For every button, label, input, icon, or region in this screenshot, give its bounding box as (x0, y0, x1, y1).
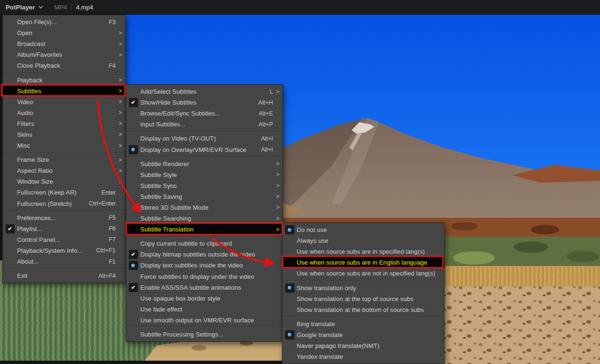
menu-item-subtitles[interactable]: Subtitles> (3, 86, 125, 97)
menu-item-display-bitmap-subtitles-outside-the-video[interactable]: ✔Display bitmap subtitles outside the vi… (126, 249, 282, 260)
menu-item-control-panel[interactable]: Control Panel...F7 (3, 234, 125, 245)
submenu-arrow-icon: > (116, 88, 125, 94)
menu-item-display-text-subtitles-inside-the-video[interactable]: Display text subtitles inside the video (126, 260, 282, 271)
submenu-arrow-icon: > (116, 109, 125, 116)
menu-item-close-playback[interactable]: Close PlaybackF4 (3, 60, 125, 71)
submenu-arrow-icon: > (116, 178, 125, 185)
menu-item-playback-system-info[interactable]: Playback/System Info...Ctrl+F1 (3, 245, 125, 256)
menu-item-subtitle-saving[interactable]: Subtitle Saving> (126, 191, 282, 202)
submenu-arrow-icon: > (116, 120, 125, 127)
menu-item-label: Display bitmap subtitles outside the vid… (140, 251, 255, 258)
shortcut-label: Alt+I (255, 135, 273, 142)
menu-item-frame-size[interactable]: Frame Size> (3, 154, 125, 165)
menu-item-label: Google translate (297, 331, 343, 338)
checkmark-icon: ✔ (126, 283, 140, 292)
menu-item-broadcast[interactable]: Broadcast> (3, 38, 125, 49)
menu-item-use-smooth-output-on-vmr-evr-surface[interactable]: Use smooth output on VMR/EVR surface (126, 315, 282, 326)
menu-item-subtitle-sync[interactable]: Subtitle Sync> (126, 180, 282, 191)
menu-item-label: Video (17, 98, 33, 106)
menu-item-use-fade-effect[interactable]: Use fade effect (126, 304, 282, 315)
menu-item-label: Do not use (297, 226, 327, 233)
menu-item-playback[interactable]: Playback> (3, 74, 125, 85)
menu-item-use-when-source-subs-are-in-english-language[interactable]: Use when source subs are in English lang… (282, 257, 444, 268)
menu-item-show-hide-subtitles[interactable]: ✔Show/Hide SubtitlesAlt+H (126, 97, 282, 108)
menu-item-about[interactable]: About...F1 (3, 256, 125, 267)
menu-item-label: Use opaque box border style (140, 295, 220, 302)
menu-item-naver-papago-translate-nmt[interactable]: Naver papago translate(NMT) (282, 340, 444, 351)
menu-item-use-opaque-box-border-style[interactable]: Use opaque box border style (126, 293, 282, 304)
menu-item-add-select-subtitles[interactable]: Add/Select SubtitlesL> (126, 86, 282, 97)
menu-item-subtitle-renderer[interactable]: Subtitle Renderer> (126, 159, 282, 169)
menu-item-label: Window Size (17, 178, 53, 185)
menu-item-input-subtitles[interactable]: Input Subtitles...Alt+P (126, 119, 282, 130)
menu-item-browse-edit-sync-subtitles[interactable]: Browse/Edit/Sync Subtitles...Alt+E (126, 108, 282, 119)
submenu-arrow-icon: > (116, 157, 125, 163)
menu-item-yandex-translate[interactable]: Yandex translate (282, 351, 444, 362)
menu-item-label: Aspect Ratio (17, 167, 53, 174)
menu-item-label: Use when source subs are in English lang… (297, 259, 427, 266)
menu-item-google-translate[interactable]: Google translate (282, 329, 444, 340)
menu-item-label: Close Playback (17, 62, 60, 69)
menu-item-label: Playlist... (17, 225, 42, 232)
menu-item-bing-translate[interactable]: Bing translate (282, 319, 444, 329)
menu-item-label: Preferences... (17, 214, 56, 222)
menu-item-copy-current-subtitle-to-clipboard[interactable]: Copy current subtitle to clipboard (126, 238, 282, 249)
menu-item-label: Subtitle Processing Settings... (140, 331, 224, 338)
menu-item-label: Input Subtitles... (140, 121, 185, 128)
app-title: PotPlayer (6, 4, 35, 11)
title-bar: PotPlayer MP4 4.mp4 (0, 0, 600, 15)
menu-item-enable-ass-ssa-subtitle-animations[interactable]: ✔Enable ASS/SSA subtitle animations (126, 282, 282, 293)
menu-item-do-not-use[interactable]: Do not use (282, 224, 444, 235)
submenu-arrow-icon: > (116, 168, 125, 174)
shortcut-label: F4 (102, 62, 116, 69)
menu-item-playlist[interactable]: ✔Playlist...F6 (3, 223, 125, 234)
menu-item-display-on-overlay-vmr-evr-surface[interactable]: Display on Overlay/VMR/EVR SurfaceAlt+I (126, 144, 282, 155)
menu-item-show-translation-at-the-top-of-source-subs[interactable]: Show translation at the top of source su… (282, 293, 444, 304)
submenu-arrow-icon: > (273, 160, 282, 167)
menu-item-label: Show/Hide Subtitles (140, 99, 196, 106)
menu-item-subtitle-searching[interactable]: Subtitle Searching> (126, 213, 282, 224)
menu-separator (3, 72, 125, 73)
menu-separator (282, 280, 444, 281)
menu-item-subtitle-processing-settings[interactable]: Subtitle Processing Settings... (126, 329, 282, 340)
radio-dot-icon (282, 225, 297, 234)
menu-item-exit[interactable]: ExitAlt+F4 (3, 270, 125, 281)
menu-item-audio[interactable]: Audio> (3, 107, 125, 118)
menu-item-use-when-source-subs-are-not-in-specified-lang-s[interactable]: Use when source subs are not in specifie… (282, 268, 444, 279)
menu-item-always-use[interactable]: Always use (282, 235, 444, 246)
menu-item-label: Use when source subs are in specified la… (297, 248, 425, 255)
chevron-down-icon (38, 6, 43, 9)
menu-item-window-size[interactable]: Window Size> (3, 176, 125, 187)
app-menu-button[interactable]: PotPlayer (0, 0, 50, 14)
shortcut-label: Alt+E (252, 110, 273, 117)
checkmark-icon: ✔ (126, 98, 140, 107)
submenu-arrow-icon: > (273, 171, 282, 178)
menu-item-aspect-ratio[interactable]: Aspect Ratio> (3, 165, 125, 176)
menu-item-label: Copy current subtitle to clipboard (140, 240, 232, 247)
menu-item-display-on-video-tv-out[interactable]: Display on Video (TV-OUT)Alt+I (126, 133, 282, 144)
menu-item-stereo-3d-subtitle-mode[interactable]: Stereo 3D Subtitle Mode> (126, 202, 282, 213)
submenu-arrow-icon: > (116, 142, 125, 149)
menu-item-open[interactable]: Open> (3, 27, 125, 38)
shortcut-label: Ctrl+F1 (90, 247, 116, 254)
menu-item-video[interactable]: Video> (3, 97, 125, 107)
menu-item-label: Display on Video (TV-OUT) (140, 135, 216, 142)
menu-item-subtitle-translation[interactable]: Subtitle Translation> (126, 224, 282, 235)
codec-badge: MP4 (55, 4, 67, 11)
menu-item-misc[interactable]: Misc> (3, 140, 125, 151)
menu-item-subtitle-style[interactable]: Subtitle Style> (126, 169, 282, 180)
menu-item-open-file-s[interactable]: Open File(s)...F3 (3, 17, 125, 27)
menu-item-preferences[interactable]: Preferences...F5 (3, 213, 125, 223)
menu-item-skins[interactable]: Skins> (3, 129, 125, 140)
menu-item-force-subtitles-to-display-under-the-video[interactable]: Force subtitles to display under the vid… (126, 271, 282, 282)
potplayer-window: PotPlayer MP4 4.mp4 Open File(s)...F3Ope… (0, 0, 600, 364)
menu-item-show-translation-only[interactable]: Show translation only (282, 282, 444, 293)
menu-item-fullscreen-keep-ar[interactable]: Fullscreen (Keep AR)Enter (3, 187, 125, 198)
menu-item-label: Show translation only (297, 284, 356, 292)
menu-item-album-favorites[interactable]: Album/Favorites> (3, 49, 125, 60)
menu-item-fullscreen-stretch[interactable]: Fullscreen (Stretch)Ctrl+Enter (3, 198, 125, 209)
menu-item-use-when-source-subs-are-in-specified-lang-s[interactable]: Use when source subs are in specified la… (282, 246, 444, 257)
menu-item-label: Skins (17, 131, 32, 138)
menu-item-show-translation-at-the-bottom-of-source-subs[interactable]: Show translation at the bottom of source… (282, 304, 444, 315)
menu-item-filters[interactable]: Filters> (3, 118, 125, 129)
